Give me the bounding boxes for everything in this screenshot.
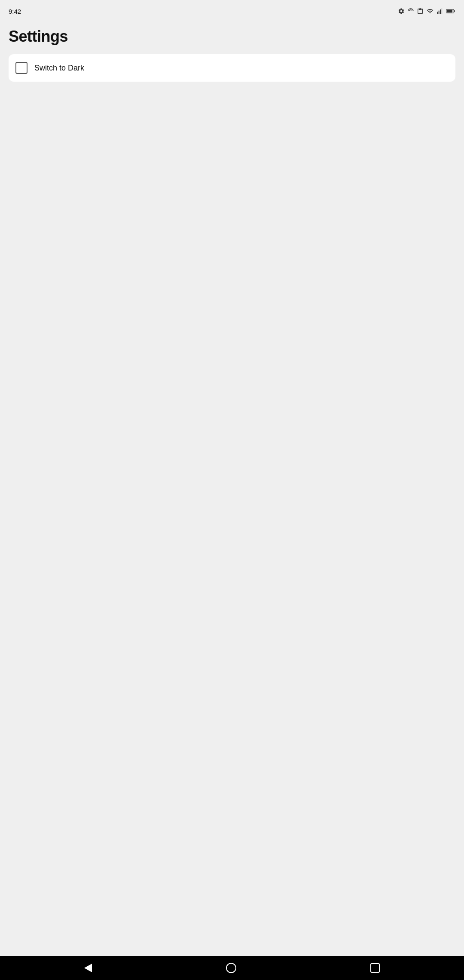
svg-rect-0 bbox=[437, 12, 438, 14]
svg-rect-6 bbox=[447, 10, 452, 13]
switch-to-dark-checkbox[interactable] bbox=[15, 62, 27, 74]
clipboard-status-icon bbox=[417, 8, 424, 15]
status-icons bbox=[398, 8, 455, 15]
recents-button[interactable] bbox=[360, 960, 390, 976]
page-title: Settings bbox=[9, 28, 455, 46]
home-icon bbox=[226, 963, 236, 973]
switch-to-dark-label: Switch to Dark bbox=[34, 64, 84, 73]
svg-rect-3 bbox=[441, 8, 442, 14]
switch-to-dark-row[interactable]: Switch to Dark bbox=[9, 54, 455, 82]
arch-status-icon bbox=[407, 8, 414, 15]
svg-rect-1 bbox=[439, 11, 440, 14]
wifi-status-icon bbox=[426, 8, 434, 15]
main-area bbox=[9, 82, 455, 949]
svg-rect-5 bbox=[454, 10, 455, 12]
back-button[interactable] bbox=[74, 960, 102, 976]
back-icon bbox=[84, 964, 92, 972]
status-time: 9:42 bbox=[9, 8, 21, 15]
nav-bar bbox=[0, 956, 464, 980]
settings-status-icon bbox=[398, 8, 405, 15]
signal-status-icon bbox=[437, 8, 443, 15]
home-button[interactable] bbox=[216, 959, 247, 977]
recents-icon bbox=[370, 963, 380, 973]
status-bar: 9:42 bbox=[0, 0, 464, 21]
settings-card: Switch to Dark bbox=[9, 54, 455, 82]
battery-status-icon bbox=[446, 8, 455, 15]
page-content: Settings Switch to Dark bbox=[0, 21, 464, 956]
svg-rect-2 bbox=[440, 9, 441, 14]
